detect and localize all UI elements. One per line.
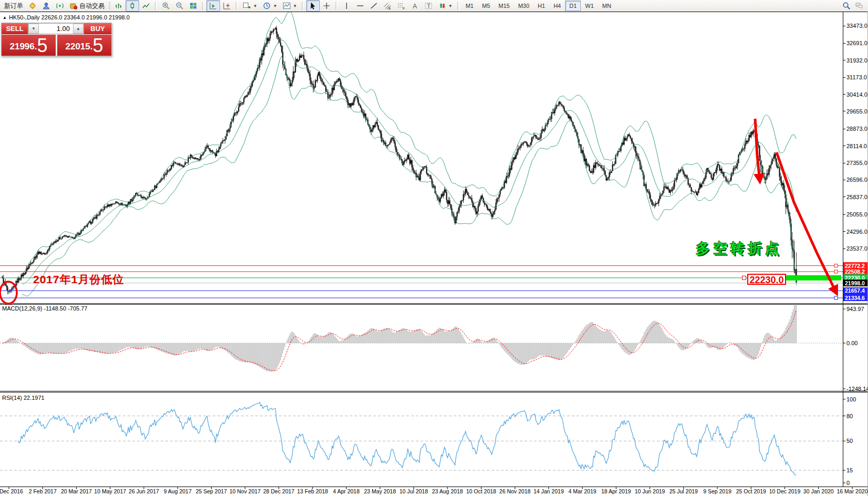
one-click-trading-panel: SELL ▼ 1.00 ▲ BUY 21996.5 22015.5	[1, 23, 112, 56]
market-watch-button[interactable]	[26, 0, 39, 12]
terminal-button[interactable]	[39, 0, 53, 12]
strategy-tester-button[interactable]	[53, 0, 67, 12]
zoom-out-button[interactable]	[173, 0, 186, 12]
price-level-tag-text: 21334.6	[845, 295, 865, 301]
candlestick-type-button[interactable]	[126, 0, 139, 12]
tile-windows-button[interactable]	[186, 0, 200, 12]
level-drag-handle[interactable]	[834, 270, 838, 273]
text-label-tool[interactable]: T	[422, 0, 435, 12]
timeframe-m5[interactable]: M5	[478, 1, 494, 11]
arrows-tool[interactable]: ▼	[435, 0, 455, 12]
periods-button[interactable]: ▼	[260, 0, 280, 12]
clock-icon	[263, 2, 271, 10]
auto-scroll-icon	[209, 2, 217, 10]
template-icon	[283, 2, 291, 10]
date-axis-label: 23 May 2018	[364, 488, 396, 494]
search-icon[interactable]	[842, 2, 851, 10]
date-axis-label: 10 Dec 2019	[769, 488, 801, 494]
price-axis-label: 25055.0	[846, 211, 867, 218]
timeframe-mn[interactable]: MN	[598, 1, 615, 11]
auto-scroll-button[interactable]	[206, 0, 220, 12]
vertical-line-tool[interactable]	[340, 0, 353, 12]
sell-button[interactable]: SELL	[2, 23, 28, 34]
bar-chart-type-button[interactable]	[112, 0, 126, 12]
templates-button[interactable]: ▼	[280, 0, 300, 12]
buy-price-display[interactable]: 22015.5	[57, 35, 111, 56]
zoom-in-button[interactable]	[159, 0, 173, 12]
auto-trading-button[interactable]: 自动交易	[67, 0, 107, 12]
timeframe-h1[interactable]: H1	[534, 1, 549, 11]
timeframe-w1[interactable]: W1	[581, 1, 598, 11]
sell-price-display[interactable]: 21996.5	[2, 35, 56, 56]
annotation-2017-low[interactable]: 2017年1月份低位	[33, 272, 124, 287]
price-axis-label: 28873.0	[846, 126, 867, 132]
date-axis-label: 16 Mar 2020	[837, 488, 868, 494]
annotation-level-label[interactable]: 22230.0	[747, 274, 786, 285]
date-axis-label: 13 Feb 2018	[297, 488, 328, 494]
toolbar-separator	[236, 2, 238, 10]
buy-button[interactable]: BUY	[84, 23, 111, 34]
auto-trading-label: 自动交易	[79, 2, 104, 11]
rsi-axis-label: 15	[846, 467, 853, 473]
timeframe-group: M1M5M15M30H1H4D1W1MN	[462, 1, 615, 11]
new-order-button[interactable]: 新订单	[2, 0, 26, 12]
rsi-axis-label: 0	[846, 480, 850, 486]
signal-icon	[56, 2, 64, 10]
chat-icon[interactable]	[855, 2, 863, 10]
annotation-turning-point[interactable]: 多空转折点	[696, 239, 782, 258]
macd-indicator-label: MACD(12,26,9) -1148.50 -705.77	[2, 305, 87, 312]
chart-shift-button[interactable]	[220, 0, 234, 12]
symbol-ohlc-line: ▲ HK50-,Daily 22626.0 23364.0 21996.0 21…	[3, 14, 130, 20]
price-level-tag-text: 21657.4	[845, 287, 865, 294]
date-axis-label: 10 Jun 2019	[635, 488, 665, 494]
timeframe-m1[interactable]: M1	[462, 1, 478, 11]
date-axis-label: 20 Mar 2017	[61, 488, 92, 494]
rsi-axis-label: 50	[846, 438, 853, 444]
level-drag-handle[interactable]	[834, 264, 838, 267]
date-axis-label: 3 Dec 2016	[0, 488, 23, 494]
cursor-button[interactable]	[306, 0, 320, 12]
price-axis-label: 31932.0	[846, 57, 867, 64]
date-axis-label: 10 Oct 2018	[466, 488, 496, 494]
line-chart-type-button[interactable]	[139, 0, 153, 12]
price-axis-label: 30414.0	[846, 91, 867, 98]
date-axis-label: 10 Jul 2018	[400, 488, 428, 494]
price-level-tag-text: 22508.2	[845, 268, 865, 275]
volume-decrease-button[interactable]: ▼	[28, 24, 39, 34]
indicators-button[interactable]: ▼	[240, 0, 260, 12]
annotations-group	[0, 119, 836, 304]
zoom-in-icon	[162, 2, 170, 10]
price-level-tag-text: 22772.2	[845, 263, 865, 269]
low-circle-annotation[interactable]	[0, 282, 17, 304]
volume-input[interactable]: 1.00	[39, 24, 73, 34]
equidistant-channel-tool[interactable]: E	[381, 0, 394, 12]
toolbar-separator	[302, 2, 304, 10]
date-axis-label: 2 Feb 2017	[29, 488, 57, 494]
mt4-terminal: 22772.222508.222230.021998.021657.421334…	[0, 0, 868, 496]
date-axis-label: 10 Nov 2017	[229, 488, 261, 494]
volume-increase-button[interactable]: ▲	[73, 24, 83, 34]
level-drag-handle[interactable]	[742, 276, 746, 280]
green-highlight-bar[interactable]	[782, 275, 841, 281]
horizontal-line-tool[interactable]	[353, 0, 367, 12]
fibonacci-tool[interactable]: F	[394, 0, 408, 12]
timeframe-h4[interactable]: H4	[549, 1, 565, 11]
candles-group	[3, 26, 797, 294]
text-tool[interactable]: A	[408, 0, 422, 12]
collapse-arrow-icon[interactable]: ▲	[3, 15, 7, 20]
bar-chart-icon	[114, 2, 123, 10]
date-axis-label: 10 May 2017	[94, 488, 126, 494]
svg-text:F: F	[403, 7, 405, 10]
trendline-tool[interactable]	[367, 0, 381, 12]
candlestick-icon	[128, 2, 137, 10]
price-axis-label: 27355.0	[846, 160, 867, 166]
trendline-icon	[370, 2, 378, 10]
timeframe-d1[interactable]: D1	[565, 1, 581, 11]
shapes-icon	[438, 2, 446, 10]
timeframe-m30[interactable]: M30	[514, 1, 534, 11]
crosshair-button[interactable]	[320, 0, 333, 12]
level-drag-handle[interactable]	[834, 296, 838, 299]
dropdown-arrow-icon: ▼	[293, 4, 297, 8]
timeframe-m15[interactable]: M15	[494, 1, 514, 11]
date-axis-label: 25 Jul 2019	[670, 488, 698, 494]
